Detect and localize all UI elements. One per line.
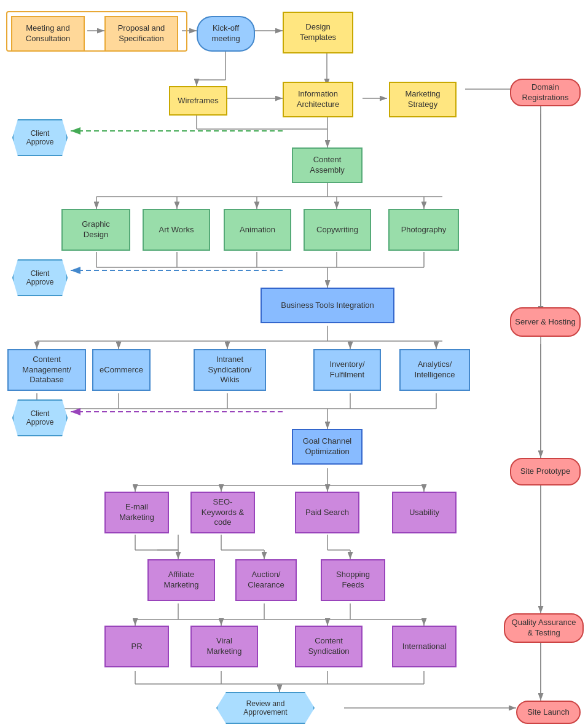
content-mgmt-node: Content Management/Database xyxy=(7,349,86,391)
marketing-node: MarketingStrategy xyxy=(389,82,457,117)
qa-node: Quality Assurance& Testing xyxy=(504,613,584,643)
intranet-node: Intranet Syndication/Wikis xyxy=(194,349,266,391)
email-marketing-node: E-mailMarketing xyxy=(104,492,169,533)
graphic-design-node: GraphicDesign xyxy=(61,209,130,251)
art-works-label: Art Works xyxy=(159,225,194,235)
pr-label: PR xyxy=(131,642,142,652)
seo-node: SEO-Keywords &code xyxy=(190,492,255,533)
content-syndication-label: ContentSyndication xyxy=(308,636,349,657)
info-arch-label: InformationArchitecture xyxy=(297,89,339,110)
domain-label: DomainRegistrations xyxy=(522,82,569,103)
shopping-feeds-label: ShoppingFeeds xyxy=(336,570,370,591)
qa-label: Quality Assurance& Testing xyxy=(512,618,576,639)
content-assembly-node: ContentAssembly xyxy=(292,147,363,183)
goal-channel-node: Goal ChannelOptimization xyxy=(292,429,363,465)
pr-node: PR xyxy=(104,626,169,667)
affiliate-node: AffiliateMarketing xyxy=(147,559,215,601)
auction-label: Auction/Clearance xyxy=(248,570,284,591)
info-arch-node: InformationArchitecture xyxy=(283,82,353,117)
design-templates-node: DesignTemplates xyxy=(283,12,353,53)
design-templates-label: DesignTemplates xyxy=(300,22,336,43)
ecommerce-node: eCommerce xyxy=(92,349,151,391)
content-syndication-node: ContentSyndication xyxy=(295,626,363,667)
viral-node: ViralMarketing xyxy=(190,626,258,667)
affiliate-label: AffiliateMarketing xyxy=(163,570,198,591)
goal-channel-label: Goal ChannelOptimization xyxy=(303,436,352,457)
meeting-label: Meeting andConsultation xyxy=(26,23,70,44)
international-node: International xyxy=(392,626,457,667)
server-node: Server & Hosting xyxy=(510,307,581,337)
kickoff-label: Kick-offmeeting xyxy=(211,23,240,44)
content-mgmt-label: Content Management/Database xyxy=(9,355,85,386)
intranet-label: Intranet Syndication/Wikis xyxy=(195,355,265,386)
paid-search-node: Paid Search xyxy=(295,492,359,533)
biz-tools-label: Business Tools Integration xyxy=(281,301,374,311)
marketing-label: MarketingStrategy xyxy=(405,89,440,110)
content-assembly-label: ContentAssembly xyxy=(310,155,344,176)
copywriting-node: Copywriting xyxy=(304,209,371,251)
analytics-node: Analytics/Intelligence xyxy=(399,349,470,391)
auction-node: Auction/Clearance xyxy=(235,559,297,601)
viral-label: ViralMarketing xyxy=(206,636,241,657)
photography-node: Photography xyxy=(388,209,459,251)
client-approve-2: ClientApprove xyxy=(12,259,68,296)
inventory-label: Inventory/Fulfilment xyxy=(329,360,364,380)
usability-label: Usability xyxy=(409,508,439,518)
site-launch-node: Site Launch xyxy=(516,701,581,724)
seo-label: SEO-Keywords &code xyxy=(202,497,244,529)
site-prototype-label: Site Prototype xyxy=(520,466,571,477)
meeting-node: Meeting andConsultation xyxy=(11,16,85,52)
site-launch-label: Site Launch xyxy=(527,707,570,718)
proposal-label: Proposal andSpecification xyxy=(118,23,165,44)
copywriting-label: Copywriting xyxy=(316,225,358,235)
wireframes-label: Wireframes xyxy=(178,96,218,106)
paid-search-label: Paid Search xyxy=(305,508,349,518)
analytics-label: Analytics/Intelligence xyxy=(415,360,455,380)
photography-label: Photography xyxy=(401,225,447,235)
kickoff-node: Kick-offmeeting xyxy=(197,16,255,52)
client-approve-3: ClientApprove xyxy=(12,399,68,436)
art-works-node: Art Works xyxy=(143,209,210,251)
biz-tools-node: Business Tools Integration xyxy=(261,288,394,323)
domain-node: DomainRegistrations xyxy=(510,79,581,106)
ecommerce-label: eCommerce xyxy=(100,365,143,375)
usability-node: Usability xyxy=(392,492,457,533)
graphic-design-label: GraphicDesign xyxy=(82,219,110,240)
server-label: Server & Hosting xyxy=(515,317,575,328)
animation-label: Animation xyxy=(240,225,275,235)
email-marketing-label: E-mailMarketing xyxy=(119,502,154,523)
inventory-node: Inventory/Fulfilment xyxy=(313,349,381,391)
animation-node: Animation xyxy=(224,209,291,251)
diagram: Meeting andConsultation Proposal andSpec… xyxy=(0,0,588,727)
site-prototype-node: Site Prototype xyxy=(510,458,581,485)
shopping-feeds-node: ShoppingFeeds xyxy=(321,559,385,601)
international-label: International xyxy=(402,642,447,652)
review-node: Review andApprovement xyxy=(216,692,315,724)
client-approve-1: ClientApprove xyxy=(12,119,68,156)
proposal-node: Proposal andSpecification xyxy=(104,16,178,52)
wireframes-node: Wireframes xyxy=(169,86,227,116)
